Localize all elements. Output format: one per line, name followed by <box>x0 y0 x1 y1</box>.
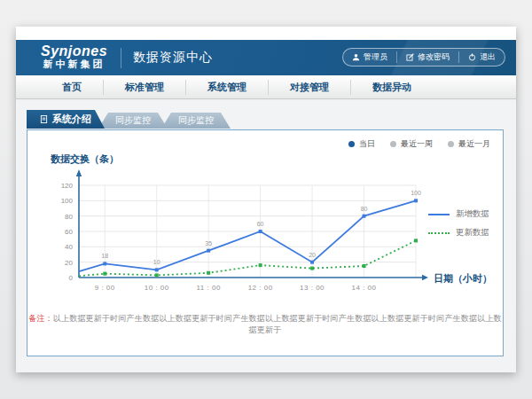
tab-2[interactable]: 同步监控 <box>161 113 231 129</box>
logo-subtext: 新中新集团 <box>43 59 106 70</box>
tab-0[interactable]: 系统介绍 <box>27 110 105 129</box>
point-label: 60 <box>257 221 264 227</box>
x-tick-label: 10 : 00 <box>145 284 169 292</box>
edit-icon <box>406 53 414 61</box>
y-tick-label: 0 <box>69 274 74 282</box>
nav-item-1[interactable]: 标准管理 <box>103 80 185 95</box>
tab-label: 同步监控 <box>178 114 214 127</box>
series-marker <box>155 268 159 271</box>
header-divider <box>121 48 121 68</box>
series-marker <box>310 267 314 270</box>
point-label: 80 <box>361 206 368 212</box>
chart-panel: 当日最近一周最近一月 数据交换（条） 0204060801001209 : 00… <box>27 129 504 356</box>
main-nav: 首页标准管理系统管理对接管理数据异动 <box>16 75 516 99</box>
series-marker <box>207 249 210 253</box>
legend-label: 更新数据 <box>456 227 489 239</box>
nav-item-4[interactable]: 数据异动 <box>350 80 433 95</box>
series-marker <box>259 263 262 267</box>
series-marker <box>310 261 314 264</box>
series-marker <box>414 239 418 242</box>
axis-y-arrow-icon <box>76 169 82 176</box>
series-legend: 新增数据更新数据 <box>428 205 489 242</box>
series-marker <box>363 215 366 218</box>
legend-item-0[interactable]: 新增数据 <box>428 205 489 223</box>
series-marker <box>414 199 418 202</box>
nav-item-3[interactable]: 对接管理 <box>268 80 350 95</box>
series-marker <box>103 272 106 276</box>
app-title: 数据资源中心 <box>133 50 213 66</box>
y-tick-label: 120 <box>61 182 74 190</box>
nav-item-2[interactable]: 系统管理 <box>185 80 268 95</box>
tab-bar: 系统介绍同步监控同步监控 <box>27 110 231 129</box>
point-label: 100 <box>411 190 421 196</box>
point-label: 10 <box>153 259 160 265</box>
app-header: Synjones 新中新集团 数据资源中心 管理员修改密码退出 <box>16 40 516 75</box>
company-logo: Synjones 新中新集团 <box>41 43 107 70</box>
series-marker <box>363 264 366 268</box>
logo-text: Synjones <box>41 43 107 59</box>
x-tick-label: 11 : 00 <box>196 284 220 292</box>
legend-swatch <box>428 214 450 215</box>
y-tick-label: 20 <box>65 259 73 267</box>
series-line-1 <box>79 240 416 276</box>
series-marker <box>103 262 106 265</box>
user-menu-label: 管理员 <box>364 51 387 63</box>
user-menu: 管理员修改密码退出 <box>342 48 505 66</box>
point-label: 20 <box>309 252 316 258</box>
nav-item-0[interactable]: 首页 <box>41 80 103 95</box>
y-tick-label: 80 <box>65 213 73 221</box>
legend-label: 新增数据 <box>456 208 489 220</box>
y-tick-label: 60 <box>65 228 73 236</box>
series-marker <box>259 230 262 233</box>
tab-1[interactable]: 同步监控 <box>98 113 168 129</box>
tab-label: 系统介绍 <box>52 113 91 126</box>
series-marker <box>207 271 210 275</box>
content-area: 系统介绍同步监控同步监控 当日最近一周最近一月 数据交换（条） 02040608… <box>16 100 516 372</box>
axis-x-arrow-icon <box>422 275 428 280</box>
series-marker <box>155 273 159 277</box>
x-tick-label: 13 : 00 <box>300 284 325 292</box>
x-axis-title: 日期（小时） <box>434 272 492 286</box>
legend-swatch <box>428 232 450 234</box>
app-window: Synjones 新中新集团 数据资源中心 管理员修改密码退出 首页标准管理系统… <box>16 27 516 372</box>
page-background: Synjones 新中新集团 数据资源中心 管理员修改密码退出 首页标准管理系统… <box>0 0 532 399</box>
point-label: 18 <box>101 253 108 259</box>
footnote: 备注：以上数据更新于时间产生数据以上数据更新于时间产生数据以上数据更新于时间产生… <box>27 313 503 336</box>
point-label: 35 <box>205 240 212 246</box>
user-icon <box>352 53 360 61</box>
user-menu-item-logout[interactable]: 退出 <box>458 51 505 63</box>
user-menu-item-admin[interactable]: 管理员 <box>343 51 396 63</box>
user-menu-label: 修改密码 <box>418 51 450 63</box>
footnote-text: 以上数据更新于时间产生数据以上数据更新于时间产生数据以上数据更新于时间产生数据以… <box>53 314 502 334</box>
x-tick-label: 9 : 00 <box>95 284 115 292</box>
tab-label: 同步监控 <box>115 114 151 127</box>
x-tick-label: 14 : 00 <box>352 284 377 292</box>
legend-item-1[interactable]: 更新数据 <box>428 223 489 242</box>
document-icon <box>40 114 48 124</box>
user-menu-item-change-password[interactable]: 修改密码 <box>396 51 458 63</box>
y-tick-label: 40 <box>65 243 73 251</box>
x-tick-label: 12 : 00 <box>248 284 273 292</box>
user-menu-label: 退出 <box>480 51 496 63</box>
y-tick-label: 100 <box>61 197 74 205</box>
footnote-label: 备注： <box>28 314 53 323</box>
logout-icon <box>468 53 476 61</box>
